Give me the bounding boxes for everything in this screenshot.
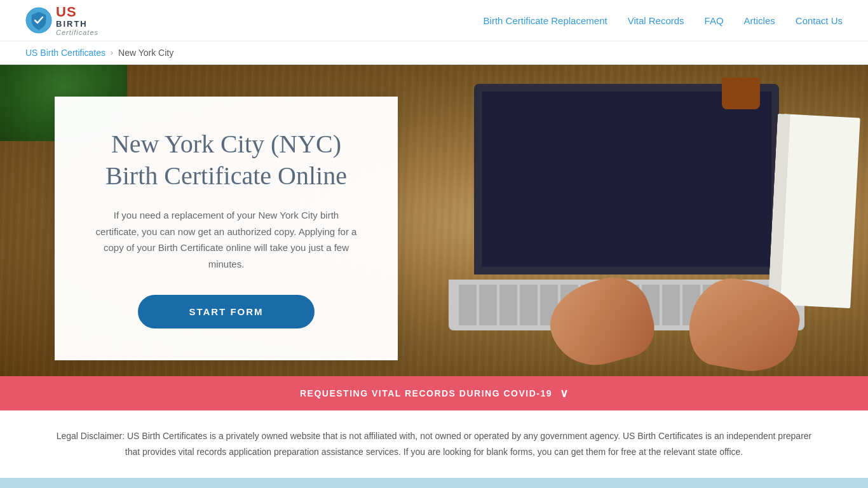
- start-form-button[interactable]: START FORM: [138, 295, 314, 329]
- nav-contact-us[interactable]: Contact Us: [796, 15, 843, 26]
- hand-left: [541, 269, 661, 376]
- nav-faq[interactable]: FAQ: [705, 15, 724, 26]
- logo-shield-icon: [25, 7, 52, 34]
- breadcrumb: US Birth Certificates › New York City: [0, 41, 868, 65]
- chevron-down-icon: ∨: [560, 386, 568, 400]
- hero-description: If you need a replacement of your New Yo…: [93, 207, 360, 272]
- footer-strip: [0, 478, 868, 488]
- disclaimer-section: Legal Disclaimer: US Birth Certificates …: [0, 410, 868, 478]
- header: US BIRTH Certificates Birth Certificate …: [0, 0, 868, 41]
- breadcrumb-current: New York City: [118, 48, 173, 58]
- laptop-screen: [474, 84, 779, 274]
- hero-title: New York City (NYC) Birth Certificate On…: [93, 128, 360, 192]
- logo-us-text: US: [56, 4, 98, 20]
- covid-banner-text: REQUESTING VITAL RECORDS DURING COVID-19: [300, 388, 552, 398]
- hero-hands: [512, 249, 830, 376]
- breadcrumb-home[interactable]: US Birth Certificates: [25, 48, 105, 58]
- logo-birth-text: BIRTH: [56, 20, 98, 29]
- nav-birth-replacement[interactable]: Birth Certificate Replacement: [484, 15, 607, 26]
- hero-card: New York City (NYC) Birth Certificate On…: [55, 97, 398, 360]
- covid-banner[interactable]: REQUESTING VITAL RECORDS DURING COVID-19…: [0, 376, 868, 410]
- disclaimer-text: Legal Disclaimer: US Birth Certificates …: [53, 428, 815, 460]
- logo-certs-text: Certificates: [56, 29, 98, 36]
- hero-cup-decoration: [722, 78, 760, 109]
- nav-vital-records[interactable]: Vital Records: [628, 15, 684, 26]
- hand-right: [683, 272, 805, 376]
- breadcrumb-separator: ›: [111, 48, 113, 57]
- main-nav: Birth Certificate Replacement Vital Reco…: [484, 15, 843, 26]
- nav-articles[interactable]: Articles: [744, 15, 775, 26]
- logo[interactable]: US BIRTH Certificates: [25, 4, 98, 37]
- hero-section: New York City (NYC) Birth Certificate On…: [0, 65, 868, 376]
